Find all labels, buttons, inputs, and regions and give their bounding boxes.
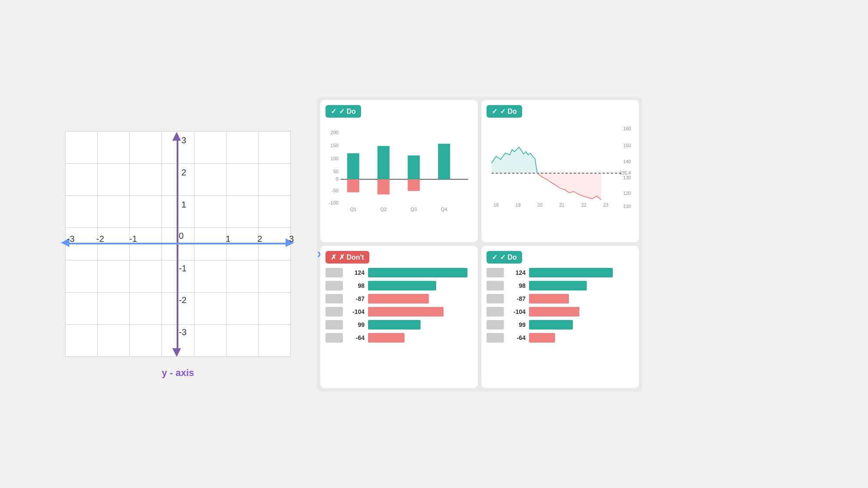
hbar-bar-container <box>368 294 473 303</box>
x-label-neg1: -1 <box>129 234 137 244</box>
svg-text:Q4: Q4 <box>441 207 447 212</box>
badge-label-4: ✓ Do <box>500 253 517 261</box>
check-icon-4: ✓ <box>492 253 497 261</box>
svg-rect-11 <box>378 179 390 195</box>
x-label-3: 3 <box>289 234 294 244</box>
hbar-bar-container <box>368 333 473 343</box>
hbar-value: -87 <box>346 295 365 302</box>
hbar-row: -87 <box>487 294 634 303</box>
hbar-value: -104 <box>346 308 365 315</box>
svg-rect-9 <box>347 179 359 192</box>
hbar-bar-container <box>529 281 634 290</box>
hbar-bar-container <box>529 307 634 317</box>
svg-rect-8 <box>347 153 359 179</box>
hbar-label-box <box>326 333 343 343</box>
hbar-row: -64 <box>487 333 634 343</box>
svg-text:Q1: Q1 <box>350 207 356 212</box>
y-label-2: 2 <box>181 168 186 178</box>
bar-chart-svg: 200 150 100 50 0 -50 -100 <box>326 122 473 218</box>
badge-dont-3: ✗ ✗ Don't <box>326 251 369 264</box>
hbar-bar-positive <box>368 268 467 277</box>
hbar-bar-positive <box>529 281 587 290</box>
hbar-chart-area-3: 124 98 -87 <box>326 268 473 343</box>
hbar-bar-negative <box>529 307 579 317</box>
hbar-bar-positive <box>529 268 613 277</box>
chart-card-4: ✓ ✓ Do 124 98 <box>481 246 639 388</box>
hbar-label-box <box>326 307 343 317</box>
svg-rect-10 <box>378 146 390 179</box>
hbar-bar-container <box>529 294 634 303</box>
badge-label-3: ✗ Don't <box>339 253 364 261</box>
y-axis-label: y - axis <box>162 367 194 379</box>
hbar-bar-container <box>529 320 634 330</box>
svg-text:140: 140 <box>623 159 631 164</box>
hbar-bar-negative <box>368 333 404 343</box>
line-chart-area: 160 150 140 135.4 130 120 110 18 19 20 2… <box>487 122 634 209</box>
svg-rect-12 <box>408 155 420 179</box>
badge-label-2: ✓ Do <box>500 107 517 115</box>
svg-text:50: 50 <box>333 169 339 174</box>
svg-text:20: 20 <box>537 202 542 208</box>
hbar-row: 99 <box>487 320 634 330</box>
hbar-bar-positive <box>368 320 421 330</box>
hbar-bar-container <box>368 281 473 290</box>
svg-text:18: 18 <box>493 202 499 208</box>
hbar-value: 99 <box>507 321 526 328</box>
hbar-bar-negative <box>529 333 555 343</box>
hbar-value: -64 <box>507 334 526 341</box>
x-label-1: 1 <box>226 234 230 244</box>
svg-text:100: 100 <box>331 156 339 161</box>
hbar-label-box <box>326 320 343 330</box>
hbar-row: 98 <box>326 281 473 290</box>
check-icon-1: ✓ <box>331 107 336 115</box>
hbar-bar-container <box>368 307 473 317</box>
svg-text:Q3: Q3 <box>411 207 417 212</box>
line-chart-svg: 160 150 140 135.4 130 120 110 18 19 20 2… <box>487 122 634 209</box>
svg-text:200: 200 <box>331 130 339 135</box>
svg-text:130: 130 <box>623 175 631 180</box>
main-container: 3 2 1 0 -1 -2 -3 -3 -2 -1 1 2 3 y - axis… <box>65 96 803 392</box>
hbar-bar-positive <box>368 281 436 290</box>
charts-grid: ✓ ✓ Do 200 150 100 50 0 -50 -100 <box>317 96 642 392</box>
hbar-value: 124 <box>507 269 526 276</box>
hbar-row: -64 <box>326 333 473 343</box>
svg-text:150: 150 <box>331 143 339 148</box>
svg-text:160: 160 <box>623 126 631 131</box>
svg-rect-14 <box>438 144 450 179</box>
hbar-value: -104 <box>507 308 526 315</box>
x-label-neg2: -2 <box>96 234 104 244</box>
svg-text:19: 19 <box>516 202 521 208</box>
badge-do-1: ✓ ✓ Do <box>326 105 361 118</box>
hbar-row: 98 <box>487 281 634 290</box>
hbar-bar-negative <box>368 307 444 317</box>
hbar-bar-positive <box>529 320 573 330</box>
y-label-neg2: -2 <box>179 295 187 305</box>
hbar-row: -104 <box>326 307 473 317</box>
hbar-label-box <box>487 320 504 330</box>
svg-text:-100: -100 <box>329 200 339 205</box>
y-axis-arrow-down <box>172 348 181 357</box>
hbar-label-box <box>326 268 343 277</box>
chart-card-2: ✓ ✓ Do 160 150 140 135.4 130 120 110 18 … <box>481 100 639 242</box>
y-label-0: 0 <box>179 231 184 241</box>
bar-chart-area: 200 150 100 50 0 -50 -100 <box>326 122 473 218</box>
hbar-label-box <box>326 281 343 290</box>
y-axis-arrow-up <box>172 132 181 141</box>
hbar-label-box <box>487 281 504 290</box>
svg-marker-34 <box>537 173 601 200</box>
svg-rect-13 <box>408 179 420 191</box>
x-label-neg3: -3 <box>67 234 75 244</box>
x-icon-3: ✗ <box>331 253 336 261</box>
hbar-bar-container <box>529 268 634 277</box>
hbar-label-box <box>487 333 504 343</box>
hbar-chart-area-4: 124 98 -87 <box>487 268 634 343</box>
y-label-1: 1 <box>181 200 186 210</box>
hbar-row: 124 <box>326 268 473 277</box>
svg-text:150: 150 <box>623 143 631 148</box>
svg-text:0: 0 <box>336 176 339 181</box>
hbar-bar-container <box>529 333 634 343</box>
hbar-bar-negative <box>529 294 569 303</box>
y-label-neg1: -1 <box>179 264 187 274</box>
hbar-label-box <box>487 294 504 303</box>
svg-marker-33 <box>492 147 537 173</box>
